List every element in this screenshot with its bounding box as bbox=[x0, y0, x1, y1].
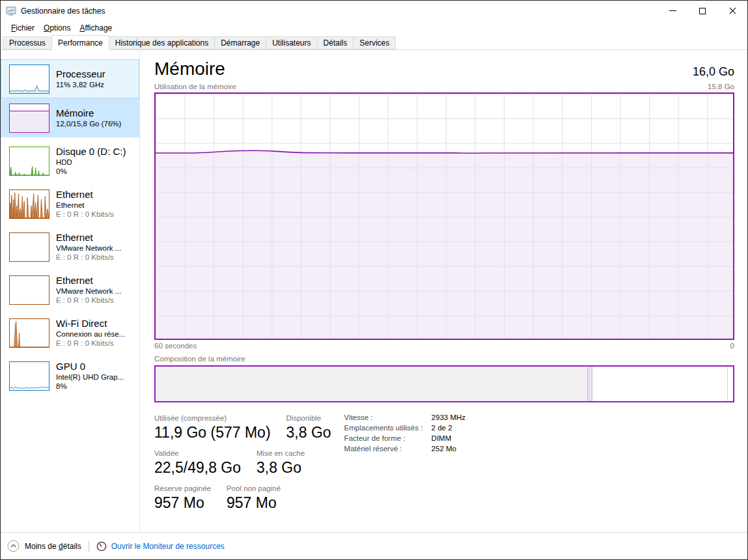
footer-bar: Moins de détails Ouvrir le Moniteur de r… bbox=[1, 532, 747, 559]
sidebar-item-disk0[interactable]: Disque 0 (D: C:) HDD 0% bbox=[1, 141, 139, 180]
maximize-button[interactable] bbox=[687, 1, 717, 21]
stat-used: Utilisée (compressée) 11,9 Go (577 Mo) bbox=[154, 413, 271, 441]
close-button[interactable] bbox=[717, 1, 747, 21]
less-details-button[interactable]: Moins de détails bbox=[25, 542, 81, 551]
sidebar-item-stat: E : 0 R : 0 Kbits/s bbox=[56, 210, 114, 219]
ethernet-thumbnail-graph bbox=[9, 232, 49, 262]
tab-demarrage[interactable]: Démarrage bbox=[214, 36, 266, 49]
stat-committed: Validée 22,5/49,8 Go bbox=[154, 449, 241, 477]
memory-details-table: Vitesse : 2933 MHz Emplacements utilisés… bbox=[344, 413, 465, 519]
sidebar-item-stat: E : 0 R : 0 Kbits/s bbox=[56, 296, 121, 305]
sidebar-item-title: Disque 0 (D: C:) bbox=[56, 146, 126, 158]
sidebar-item-title: Processeur bbox=[56, 68, 105, 80]
menu-affichage[interactable]: Affichage bbox=[75, 22, 117, 34]
tab-performance[interactable]: Performance bbox=[51, 35, 109, 50]
sidebar-item-wifi-direct[interactable]: Wi-Fi Direct Connexion au rése... E : 0 … bbox=[1, 313, 139, 352]
sidebar-item-stat: HDD bbox=[56, 158, 126, 167]
stat-value: 22,5/49,8 Go bbox=[154, 458, 241, 477]
sidebar-item-stat: Ethernet bbox=[56, 201, 114, 210]
tab-historique-applications[interactable]: Historique des applications bbox=[109, 36, 215, 49]
wifi-direct-thumbnail-graph bbox=[9, 318, 49, 348]
stat-value: 3,8 Go bbox=[286, 423, 331, 441]
composition-segment-in-use bbox=[156, 367, 588, 401]
stat-value: 3,8 Go bbox=[256, 458, 305, 477]
stat-value: 11,9 Go (577 Mo) bbox=[154, 423, 271, 441]
stat-value: 957 Mo bbox=[154, 494, 211, 512]
detail-label: Matériel réservé : bbox=[344, 445, 429, 453]
sidebar-item-stat: Intel(R) UHD Grap... bbox=[56, 372, 124, 382]
stat-label: Réserve paginée bbox=[154, 484, 211, 494]
menu-options[interactable]: Options bbox=[39, 22, 75, 34]
tab-services[interactable]: Services bbox=[353, 36, 396, 49]
stat-value: 957 Mo bbox=[227, 494, 281, 512]
title-bar[interactable]: Gestionnaire des tâches bbox=[1, 1, 747, 21]
performance-sidebar: Processeur 11% 3,82 GHz Mémoire 12,0/15,… bbox=[1, 50, 140, 533]
menu-label-part: ptions bbox=[49, 23, 70, 33]
tab-processus[interactable]: Processus bbox=[3, 36, 52, 49]
detail-label: Vitesse : bbox=[344, 413, 429, 421]
sidebar-item-title: Ethernet bbox=[56, 189, 114, 201]
detail-label: Emplacements utilisés : bbox=[344, 424, 429, 432]
menu-fichier[interactable]: Fichier bbox=[7, 22, 39, 34]
stat-label: Mise en cache bbox=[256, 449, 305, 458]
memory-capacity: 16,0 Go bbox=[693, 65, 734, 80]
stat-label: Disponible bbox=[286, 413, 331, 423]
cpu-thumbnail-graph bbox=[9, 64, 49, 94]
menu-label-part: ffichage bbox=[85, 23, 112, 33]
tab-utilisateurs[interactable]: Utilisateurs bbox=[266, 36, 317, 49]
memory-composition-bar[interactable] bbox=[154, 365, 734, 402]
chevron-up-circle-icon bbox=[7, 540, 20, 552]
stat-label: Utilisée (compressée) bbox=[154, 413, 271, 423]
open-resource-monitor-link[interactable]: Ouvrir le Moniteur de ressources bbox=[111, 542, 225, 551]
ethernet-thumbnail-graph bbox=[9, 189, 49, 219]
sidebar-item-stat: VMware Network ... bbox=[56, 287, 121, 296]
menu-label-part: O bbox=[44, 23, 49, 33]
maximize-icon bbox=[699, 8, 706, 14]
stat-available: Disponible 3,8 Go bbox=[286, 413, 331, 441]
stat-label: Validée bbox=[154, 449, 241, 458]
stat-label: Pool non paginé bbox=[227, 484, 281, 494]
sidebar-item-stat: 11% 3,82 GHz bbox=[56, 80, 105, 89]
window-title: Gestionnaire des tâches bbox=[21, 7, 658, 16]
usage-chart-max: 15,8 Go bbox=[708, 83, 734, 91]
sidebar-item-cpu[interactable]: Processeur 11% 3,82 GHz bbox=[1, 59, 139, 98]
memory-usage-line bbox=[156, 94, 733, 339]
sidebar-item-ethernet-2[interactable]: Ethernet VMware Network ... E : 0 R : 0 … bbox=[1, 227, 139, 266]
minimize-button[interactable] bbox=[658, 1, 687, 21]
tab-details[interactable]: Détails bbox=[317, 36, 354, 49]
sidebar-item-gpu0[interactable]: GPU 0 Intel(R) UHD Grap... 8% bbox=[1, 356, 139, 395]
sidebar-item-ethernet-1[interactable]: Ethernet Ethernet E : 0 R : 0 Kbits/s bbox=[1, 184, 139, 223]
time-span-label: 60 secondes bbox=[154, 342, 197, 350]
task-manager-window: Gestionnaire des tâches Fichier Options … bbox=[0, 0, 748, 560]
tab-strip: Processus Performance Historique des app… bbox=[1, 35, 747, 50]
sidebar-item-stat: Connexion au rése... bbox=[56, 329, 125, 339]
less-details-label-part: Moins de bbox=[25, 542, 59, 551]
memory-usage-graph[interactable] bbox=[154, 92, 734, 340]
sidebar-item-memory[interactable]: Mémoire 12,0/15,8 Go (76%) bbox=[1, 98, 139, 137]
detail-value: 2933 MHz bbox=[432, 413, 465, 421]
close-icon bbox=[729, 7, 736, 14]
detail-label: Facteur de forme : bbox=[344, 434, 429, 442]
memory-thumbnail-graph bbox=[9, 104, 49, 133]
time-zero-label: 0 bbox=[730, 342, 734, 350]
sidebar-item-stat: E : 0 R : 0 Kbits/s bbox=[56, 339, 125, 348]
menu-label-part: ichier bbox=[16, 23, 35, 33]
sidebar-item-stat: 12,0/15,8 Go (76%) bbox=[56, 119, 121, 128]
minimize-icon bbox=[669, 10, 676, 11]
less-details-label-part: d bbox=[59, 542, 63, 551]
page-title: Mémoire bbox=[154, 58, 225, 80]
sidebar-item-stat: E : 0 R : 0 Kbits/s bbox=[56, 253, 121, 262]
sidebar-item-title: Ethernet bbox=[56, 232, 121, 244]
disk-thumbnail-graph bbox=[9, 147, 49, 176]
gpu-thumbnail-graph bbox=[9, 361, 49, 391]
sidebar-item-title: GPU 0 bbox=[56, 361, 124, 372]
stat-paged-pool: Réserve paginée 957 Mo bbox=[154, 484, 211, 512]
usage-chart-label: Utilisation de la mémoire bbox=[154, 83, 236, 91]
sidebar-item-ethernet-3[interactable]: Ethernet VMware Network ... E : 0 R : 0 … bbox=[1, 270, 139, 309]
sidebar-item-stat: 0% bbox=[56, 167, 126, 176]
memory-stats: Utilisée (compressée) 11,9 Go (577 Mo) D… bbox=[154, 413, 734, 519]
composition-label: Composition de la mémoire bbox=[154, 355, 734, 363]
footer-divider bbox=[89, 541, 89, 552]
sidebar-item-title: Ethernet bbox=[56, 275, 121, 287]
detail-value: 252 Mo bbox=[432, 445, 465, 453]
